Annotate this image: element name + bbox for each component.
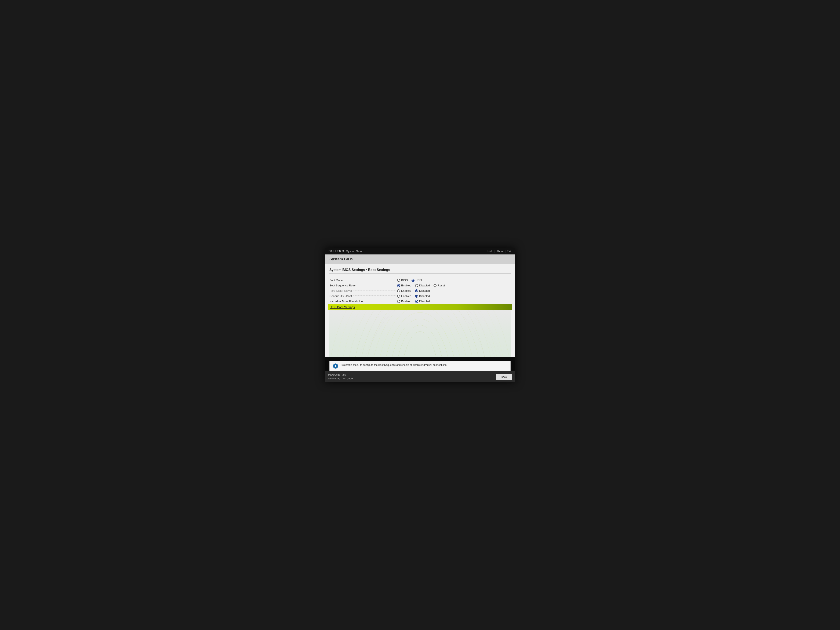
- setting-label-2: Hard-Disk Failover: [329, 289, 397, 292]
- setting-row-2: Hard-Disk FailoverEnabledDisabled: [329, 288, 511, 294]
- svg-point-0: [400, 332, 440, 357]
- dell-logo: DeLLEMC: [328, 249, 344, 253]
- setting-label-3: Generic USB Boot: [329, 294, 397, 298]
- radio-0-1[interactable]: UEFI: [412, 279, 422, 282]
- setting-options-0: BIOSUEFI: [397, 279, 511, 282]
- svg-point-4: [376, 310, 464, 357]
- device-info: PowerEdge R240 Service Tag : JGYQ3Q3: [328, 373, 353, 381]
- bios-header-title: System BIOS: [329, 257, 353, 261]
- setting-row-4: Hard-disk Drive PlaceholderEnabledDisabl…: [329, 299, 511, 304]
- setting-options-2: EnabledDisabled: [397, 289, 511, 292]
- back-button[interactable]: Back: [496, 374, 512, 380]
- radio-circle-1-1: [415, 284, 418, 287]
- radio-3-0[interactable]: Enabled: [397, 294, 411, 298]
- svg-point-8: [352, 310, 489, 357]
- exit-link[interactable]: Exit: [507, 249, 512, 253]
- screen-container: DeLLEMC System Setup Help | About | Exit…: [325, 248, 515, 382]
- uefi-boot-settings-row[interactable]: UEFI Boot Settings: [328, 304, 512, 310]
- radio-4-1[interactable]: Disabled: [415, 300, 430, 303]
- radio-3-1[interactable]: Disabled: [415, 294, 430, 298]
- svg-point-12: [329, 310, 511, 357]
- svg-point-11: [333, 310, 507, 357]
- svg-point-9: [346, 310, 494, 357]
- info-icon: i: [333, 363, 338, 369]
- wave-background: .wl { fill: none; stroke-width: 1; }: [329, 310, 511, 357]
- setting-label-0: Boot Mode: [329, 279, 397, 282]
- bios-header: System BIOS: [325, 254, 515, 264]
- radio-1-0[interactable]: Enabled: [397, 284, 411, 287]
- radio-circle-2-0: [397, 289, 400, 292]
- top-bar-nav: Help | About | Exit: [488, 249, 512, 253]
- uefi-boot-settings-label: UEFI Boot Settings: [330, 305, 397, 309]
- radio-circle-1-0: [397, 284, 400, 287]
- about-link[interactable]: About: [496, 249, 504, 253]
- radio-1-2[interactable]: Reset: [434, 284, 445, 287]
- radio-circle-0-1: [412, 279, 415, 282]
- radio-circle-4-1: [415, 300, 418, 303]
- help-link[interactable]: Help: [488, 249, 493, 253]
- svg-point-13: [360, 310, 501, 357]
- content-panel: System BIOS Settings • Boot Settings Boo…: [325, 264, 515, 357]
- svg-point-15: [362, 310, 491, 357]
- setting-label-4: Hard-disk Drive Placeholder: [329, 300, 397, 303]
- radio-circle-1-2: [434, 284, 436, 287]
- system-setup-title: System Setup: [346, 249, 363, 253]
- radio-circle-4-0: [397, 300, 400, 303]
- setting-options-3: EnabledDisabled: [397, 294, 511, 298]
- setting-label-1: Boot Sequence Retry: [329, 284, 397, 287]
- info-box: i Select this menu to configure the Boot…: [329, 361, 511, 371]
- setting-row-3: Generic USB BootEnabledDisabled: [329, 294, 511, 299]
- radio-1-1[interactable]: Disabled: [415, 284, 430, 287]
- svg-point-2: [388, 319, 452, 357]
- setting-row-1: Boot Sequence RetryEnabledDisabledReset: [329, 283, 511, 288]
- radio-circle-2-1: [415, 289, 418, 292]
- top-bar: DeLLEMC System Setup Help | About | Exit: [325, 248, 515, 254]
- info-text: Select this menu to configure the Boot S…: [341, 363, 447, 366]
- setting-options-4: EnabledDisabled: [397, 300, 511, 303]
- radio-4-0[interactable]: Enabled: [397, 300, 411, 303]
- svg-point-3: [382, 313, 458, 357]
- service-tag: Service Tag : JGYQ3Q3: [328, 377, 353, 381]
- radio-0-0[interactable]: BIOS: [397, 279, 408, 282]
- svg-point-1: [394, 325, 446, 357]
- radio-2-0[interactable]: Enabled: [397, 289, 411, 292]
- radio-circle-0-0: [397, 279, 400, 282]
- radio-circle-3-1: [415, 295, 418, 298]
- radio-2-1[interactable]: Disabled: [415, 289, 430, 292]
- svg-point-10: [339, 310, 501, 357]
- model-name: PowerEdge R240: [328, 373, 353, 377]
- radio-circle-3-0: [397, 295, 400, 298]
- top-bar-left: DeLLEMC System Setup: [328, 249, 363, 253]
- svg-point-7: [358, 310, 482, 357]
- settings-list: Boot ModeBIOSUEFIBoot Sequence RetryEnab…: [329, 278, 511, 304]
- setting-row-0: Boot ModeBIOSUEFI: [329, 278, 511, 283]
- page-title: System BIOS Settings • Boot Settings: [329, 268, 511, 274]
- svg-point-5: [369, 310, 471, 357]
- svg-point-6: [364, 310, 477, 357]
- setting-options-1: EnabledDisabledReset: [397, 284, 511, 287]
- bottom-bar: PowerEdge R240 Service Tag : JGYQ3Q3 Bac…: [325, 371, 515, 382]
